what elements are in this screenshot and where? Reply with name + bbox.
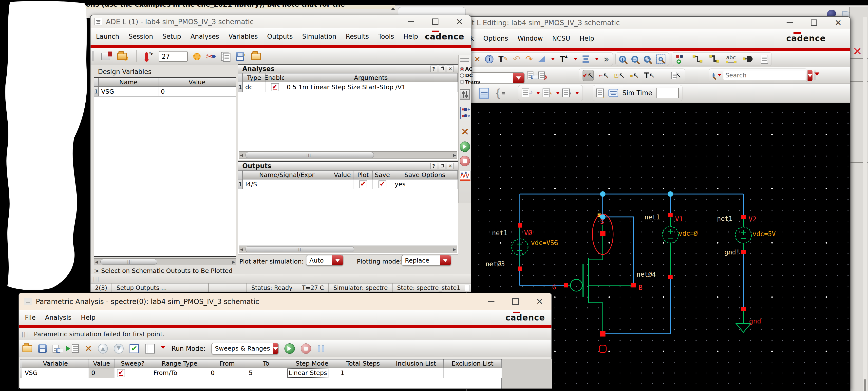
outputs-col-value[interactable]: Value <box>331 171 354 179</box>
sweep-enable-checkbox[interactable]: ✔ <box>115 368 151 378</box>
menu-ncsu[interactable]: NCSU <box>548 35 575 42</box>
outputs-panel-title[interactable]: Outputs ? ✕ <box>238 162 458 171</box>
close-button[interactable]: ✕ <box>535 297 544 306</box>
probe-icon[interactable]: ✂ <box>206 52 216 61</box>
right-scrollbar-track[interactable] <box>863 17 867 391</box>
help-icon[interactable]: ? <box>430 163 437 169</box>
zoom-area-icon[interactable] <box>656 55 665 64</box>
wire-net[interactable] <box>520 194 743 334</box>
col-to[interactable]: To <box>246 359 286 367</box>
close-button[interactable]: ✕ <box>455 17 464 26</box>
import-variables-icon[interactable] <box>66 345 79 353</box>
parametric-sweep-row[interactable]: VSG 0 ✔ From/To 0 5 Linear Steps 1 <box>20 368 502 378</box>
menu-launch[interactable]: Launch <box>91 33 124 40</box>
open-icon[interactable] <box>23 345 32 352</box>
close-bank-icon[interactable]: ✕ <box>853 46 862 57</box>
outputs-panel[interactable]: Outputs ? ✕ Name/Signal/Expr Value Plot … <box>238 161 458 254</box>
pause-button[interactable] <box>317 346 325 352</box>
menu-session[interactable]: Session <box>124 33 158 40</box>
analyses-col-arguments[interactable]: Arguments <box>284 73 458 82</box>
setup-gear-icon[interactable] <box>193 53 200 60</box>
output-save-checkbox[interactable]: ✔ <box>373 180 392 189</box>
radio-ac[interactable]: AC <box>460 66 472 72</box>
partial-select-cursor-icon[interactable]: ⌐↖ <box>599 72 609 79</box>
outputs-row-i4s[interactable]: 1 I4/S ✔ ✔ yes <box>238 180 458 189</box>
table-icon[interactable] <box>479 88 489 99</box>
dv-hscrollbar[interactable]: ◀ |||| ▶ <box>94 258 236 265</box>
col-total-steps[interactable]: Total Steps <box>338 359 389 367</box>
plot-waveform-icon[interactable] <box>460 171 470 181</box>
edit-netlist-icon[interactable]: ✎ <box>542 89 552 97</box>
spreadsheet-dropdown-icon[interactable] <box>575 92 579 96</box>
menu-analyses[interactable]: Analyses <box>186 33 224 40</box>
move-up-icon[interactable]: ▲ <box>98 344 108 354</box>
sweep-total-steps-cell[interactable]: 1 <box>338 368 389 378</box>
status-resize-handle[interactable] <box>465 285 470 291</box>
parametric-titlebar[interactable]: Parametric Analysis - spectre(0): lab4 s… <box>19 293 552 310</box>
select-all-icon[interactable]: ✔ <box>129 344 139 353</box>
undo-icon[interactable]: ↶ <box>513 55 520 64</box>
dv-col-name[interactable]: Name <box>99 78 158 86</box>
outputs-col-name[interactable]: Name/Signal/Expr <box>243 171 331 179</box>
radio-dc[interactable]: DC <box>460 72 473 78</box>
outputs-hscrollbar[interactable]: ◀ |||| ▶ <box>239 246 457 253</box>
maximize-button[interactable] <box>431 17 440 26</box>
instance-icon[interactable] <box>742 54 755 65</box>
menu-help[interactable]: Help <box>399 33 423 40</box>
menu-tools[interactable]: Tools <box>374 33 399 40</box>
radio-trans[interactable]: Trans <box>460 79 480 85</box>
float-icon[interactable] <box>439 66 445 72</box>
design-variables-table[interactable]: Name Value 1 VSG 0 <box>94 77 236 257</box>
netlist-run-dropdown-icon[interactable] <box>536 92 540 96</box>
temperature-input[interactable] <box>159 51 188 62</box>
sweep-range-type-cell[interactable]: From/To <box>151 368 208 378</box>
documents-icon[interactable] <box>221 51 230 62</box>
menu-help[interactable]: Help <box>76 314 100 321</box>
analysis-enable-checkbox[interactable]: ✔ <box>266 82 284 92</box>
output-saveoptions-cell[interactable]: yes <box>392 180 458 189</box>
help-icon[interactable]: ? <box>430 66 437 72</box>
close-button[interactable]: ✕ <box>834 18 843 27</box>
maximize-button[interactable] <box>511 297 520 306</box>
outputs-col-saveoptions[interactable]: Save Options <box>392 171 458 179</box>
analyses-panel[interactable]: Analyses ? ✕ Type Enable Arguments 1 dc … <box>238 64 458 160</box>
plot-after-dropdown[interactable]: Auto <box>306 255 343 266</box>
col-sweep[interactable]: Sweep? <box>115 359 151 367</box>
sweep-value-cell[interactable]: 0 <box>89 368 115 378</box>
run-simulation-button[interactable] <box>460 141 470 152</box>
note-icon[interactable] <box>761 55 768 64</box>
properties-icon[interactable]: i <box>485 55 493 63</box>
dv-name-cell[interactable]: VSG <box>99 87 158 96</box>
ruler-icon[interactable] <box>538 56 545 62</box>
wire-label-icon[interactable]: abc <box>726 54 737 64</box>
minimize-button[interactable] <box>487 297 496 306</box>
export-icon[interactable]: ⤹ <box>596 88 605 98</box>
move-down-icon[interactable]: ▲ <box>114 344 124 354</box>
annotation-icon[interactable] <box>609 89 618 97</box>
menu-variables[interactable]: Variables <box>224 33 262 40</box>
brace-icon[interactable]: {≡ <box>494 88 506 99</box>
zoom-out-icon[interactable]: − <box>631 56 638 63</box>
delete-icon[interactable]: ✕ <box>474 56 480 63</box>
copy-icon[interactable] <box>527 71 535 79</box>
more-tools-icon[interactable]: » <box>604 55 609 64</box>
minimize-button[interactable] <box>407 17 415 26</box>
netlist-and-run-icon[interactable] <box>101 53 112 60</box>
align-dropdown-icon[interactable] <box>595 58 599 62</box>
sweep-inclusion-cell[interactable] <box>389 368 444 378</box>
table-view-icon[interactable] <box>145 344 155 354</box>
analyses-panel-title[interactable]: Analyses ? ✕ <box>238 65 458 73</box>
text-cursor-icon[interactable]: T↖ <box>644 72 655 79</box>
edit-text-icon[interactable]: T✎ <box>498 56 508 63</box>
menu-outputs[interactable]: Outputs <box>262 33 298 40</box>
zoom-fit-icon[interactable]: ⤢ <box>644 56 651 63</box>
float-icon[interactable] <box>439 163 445 169</box>
col-step-mode[interactable]: Step Mode <box>286 359 338 367</box>
outputs-col-save[interactable]: Save <box>373 171 392 179</box>
toolbar-dropdown-icon[interactable] <box>161 346 165 351</box>
wire-wide-icon[interactable] <box>709 54 720 65</box>
load-state-icon[interactable] <box>251 53 261 60</box>
menu-simulation[interactable]: Simulation <box>298 33 341 40</box>
outputs-col-plot[interactable]: Plot <box>354 171 373 179</box>
sim-time-input[interactable] <box>656 88 679 98</box>
